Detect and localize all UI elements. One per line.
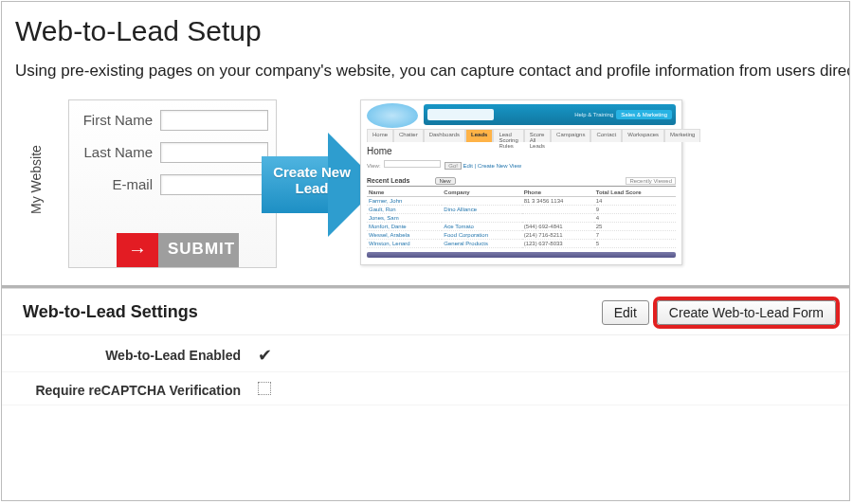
arrow-right-icon: → — [117, 233, 158, 267]
table-row: Gault, RonDino Alliance9 — [367, 205, 676, 213]
settings-title: Web-to-Lead Settings — [23, 302, 594, 322]
sf-tab: Contact — [590, 129, 622, 142]
sf-home-label: Home — [367, 146, 676, 156]
arrow-caption: Create New Lead — [269, 164, 354, 197]
sf-recently-viewed: Recently Viewed — [626, 177, 676, 185]
sf-tab: Leads — [465, 129, 493, 142]
sf-tab: Score All Leads — [524, 129, 551, 142]
diagram: My Website First Name Last Name E-mail →… — [28, 99, 849, 272]
input-email — [160, 174, 268, 195]
label-last-name: Last Name — [77, 144, 160, 160]
sf-tab: Chatter — [393, 129, 424, 142]
table-row: Monfort, DanteAce Tomato(544) 692-484125 — [367, 222, 676, 230]
diagram-side-label: My Website — [28, 99, 49, 261]
table-row: Winston, LenardGeneral Products(123) 637… — [367, 239, 676, 247]
input-last-name — [160, 142, 268, 163]
web-to-lead-settings: Web-to-Lead Settings Edit Create Web-to-… — [2, 288, 849, 405]
label-require-recaptcha: Require reCAPTCHA Verification — [2, 383, 258, 399]
sf-tab: Workspaces — [622, 129, 664, 142]
sf-tab: Marketing — [664, 129, 700, 142]
table-row: Wessel, ArabelaFood Corporation(214) 716… — [367, 230, 676, 239]
sf-search-box — [427, 109, 494, 120]
sample-submit-button: SUBMIT — [158, 233, 239, 267]
table-row: Jones, Sam4 — [367, 213, 676, 222]
sf-col-header: Phone — [522, 189, 594, 197]
sf-tab: Campaigns — [551, 129, 590, 142]
sf-col-header: Company — [442, 189, 521, 197]
unchecked-box-icon — [258, 382, 271, 395]
create-web-to-lead-form-button[interactable]: Create Web-to-Lead Form — [657, 300, 836, 325]
sf-tab: Dashboards — [424, 129, 465, 142]
salesforce-logo-icon — [367, 103, 418, 128]
sf-app-chip: Sales & Marketing — [616, 110, 672, 119]
label-web-to-lead-enabled: Web-to-Lead Enabled — [2, 348, 258, 364]
edit-button[interactable]: Edit — [602, 300, 649, 325]
sf-col-header: Total Lead Score — [594, 189, 676, 197]
page-intro: Using pre-existing pages on your company… — [15, 61, 849, 82]
sf-view-links: Edit | Create New View — [463, 163, 521, 169]
label-first-name: First Name — [77, 112, 160, 128]
sample-web-form: First Name Last Name E-mail → SUBMIT — [68, 99, 277, 268]
label-email: E-mail — [77, 176, 160, 192]
sf-tab: Home — [367, 129, 393, 142]
sf-go-button: Go! — [445, 162, 462, 170]
sf-new-button: New — [435, 177, 456, 185]
sf-col-header: Name — [367, 189, 442, 197]
salesforce-preview: Help & Training Sales & Marketing HomeCh… — [360, 99, 682, 265]
check-icon: ✔ — [258, 346, 272, 365]
input-first-name — [160, 110, 268, 131]
sf-recent-title: Recent Leads — [367, 177, 410, 185]
sf-tab: Lead Scoring Rules — [493, 129, 523, 142]
page-title: Web-to-Lead Setup — [15, 15, 849, 47]
table-row: Farmer, John81 3 3456 113414 — [367, 196, 676, 205]
sf-top-links: Help & Training — [574, 112, 613, 117]
